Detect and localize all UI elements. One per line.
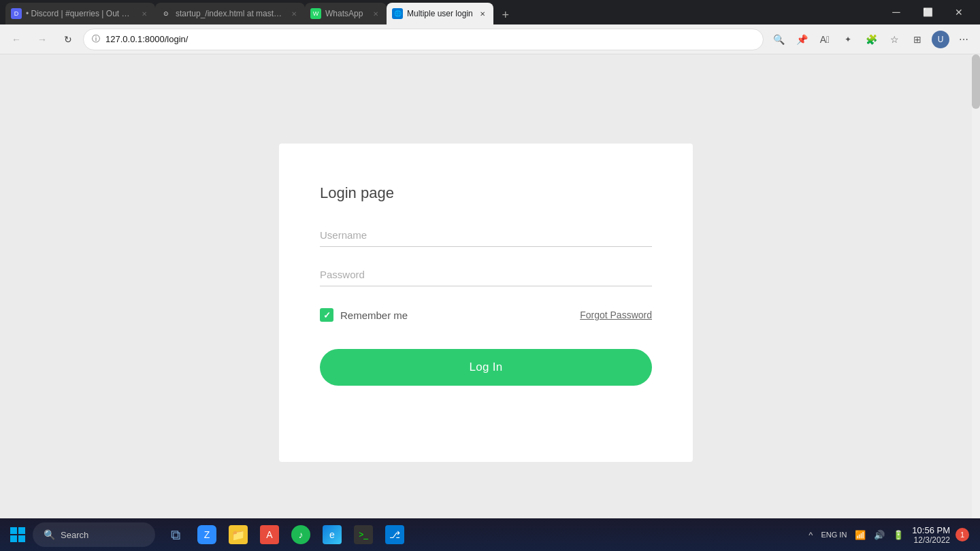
speaker-icon[interactable]: 🔊 <box>871 529 887 541</box>
taskbar-app-edge[interactable]: e <box>317 520 347 550</box>
start-button[interactable] <box>5 522 30 547</box>
taskbar-app-spotify[interactable]: ♪ <box>286 520 316 550</box>
tray-chevron-icon[interactable]: ^ <box>806 529 815 541</box>
search-toolbar-icon[interactable]: 🔍 <box>768 29 789 50</box>
lang-icon: ENG IN <box>818 529 849 540</box>
svg-rect-1 <box>18 527 25 534</box>
notification-badge[interactable]: 1 <box>956 528 969 541</box>
taskbar-app-terminal[interactable]: >_ <box>348 520 378 550</box>
terminal-icon: >_ <box>354 525 373 544</box>
github-favicon: ⊙ <box>161 8 172 19</box>
tab-github[interactable]: ⊙ startup_/index.html at master · D ✕ <box>155 3 305 24</box>
username-input[interactable] <box>320 224 652 247</box>
svg-rect-2 <box>10 535 17 542</box>
tab-multiuser-title: Multiple user login <box>407 9 473 18</box>
address-bar[interactable]: ⓘ 127.0.0.1:8000/login/ <box>83 29 764 50</box>
taskbar-right: ^ ENG IN 📶 🔊 🔋 10:56 PM 12/3/2022 1 <box>806 525 975 545</box>
options-row: ✓ Remember me Forgot Password <box>320 308 652 322</box>
page-content: Login page ✓ Remember me Forgot Password… <box>0 54 972 551</box>
tab-whatsapp-title: WhatsApp <box>325 9 366 18</box>
extension-icon[interactable]: 🧩 <box>860 29 882 50</box>
tab-multiuser[interactable]: 🌐 Multiple user login ✕ <box>387 3 493 24</box>
task-view-icon: ⧉ <box>166 525 185 544</box>
taskbar-app-vscode[interactable]: ⎇ <box>380 520 410 550</box>
clock-time: 10:56 PM <box>912 525 950 535</box>
profile-icon[interactable]: U <box>930 29 951 50</box>
taskbar-search[interactable]: 🔍 Search <box>33 522 155 547</box>
wifi-icon[interactable]: 📶 <box>852 529 868 541</box>
discord-favicon: D <box>11 8 22 19</box>
tab-multiuser-close[interactable]: ✕ <box>477 8 488 19</box>
password-input[interactable] <box>320 263 652 286</box>
whatsapp-favicon: W <box>310 8 321 19</box>
forgot-password-link[interactable]: Forgot Password <box>580 310 652 320</box>
login-card: Login page ✓ Remember me Forgot Password… <box>279 144 693 462</box>
minimize-button[interactable]: ─ <box>881 0 912 24</box>
tab-discord[interactable]: D • Discord | #querries | Out Of Co ✕ <box>5 3 155 24</box>
read-aloud-icon[interactable]: A⃣ <box>814 29 836 50</box>
sidebar-icon[interactable]: ⊞ <box>906 29 928 50</box>
remember-me-group: ✓ Remember me <box>320 308 408 322</box>
browser-toolbar: ← → ↻ ⓘ 127.0.0.1:8000/login/ 🔍 📌 A⃣ ✦ 🧩… <box>0 24 980 54</box>
file-explorer-icon: 📁 <box>229 525 248 544</box>
multiuser-favicon: 🌐 <box>392 8 403 19</box>
new-tab-button[interactable]: + <box>496 5 515 24</box>
taskbar-app-explorer[interactable]: 📁 <box>223 520 253 550</box>
taskbar-app-zoom[interactable]: Z <box>192 520 222 550</box>
battery-icon[interactable]: 🔋 <box>890 529 906 541</box>
menu-icon[interactable]: ⋯ <box>953 29 975 50</box>
username-group <box>320 224 652 247</box>
close-button[interactable]: ✕ <box>943 0 975 24</box>
tab-whatsapp-close[interactable]: ✕ <box>370 8 381 19</box>
zoom-icon: Z <box>197 525 216 544</box>
tab-github-close[interactable]: ✕ <box>289 8 299 19</box>
back-button[interactable]: ← <box>5 29 27 50</box>
tab-discord-close[interactable]: ✕ <box>139 8 150 19</box>
taskbar-app-5[interactable]: A <box>255 520 284 550</box>
login-title: Login page <box>320 184 652 202</box>
browser-titlebar: D • Discord | #querries | Out Of Co ✕ ⊙ … <box>0 0 980 24</box>
login-button[interactable]: Log In <box>320 349 652 386</box>
svg-rect-3 <box>18 535 25 542</box>
app5-icon: A <box>260 525 279 544</box>
taskbar-clock[interactable]: 10:56 PM 12/3/2022 <box>912 525 950 545</box>
restore-button[interactable]: ⬜ <box>912 0 943 24</box>
address-text: 127.0.0.1:8000/login/ <box>105 34 755 44</box>
system-tray: ^ ENG IN 📶 🔊 🔋 <box>806 529 906 541</box>
clock-date: 12/3/2022 <box>912 535 950 545</box>
tab-whatsapp[interactable]: W WhatsApp ✕ <box>305 3 387 24</box>
taskbar-app-taskview[interactable]: ⧉ <box>161 520 191 550</box>
lock-icon: ⓘ <box>92 33 100 45</box>
remember-me-checkbox[interactable]: ✓ <box>320 308 333 322</box>
favorites-icon[interactable]: ☆ <box>883 29 905 50</box>
svg-rect-0 <box>10 527 17 534</box>
password-group <box>320 263 652 286</box>
taskbar-apps: ⧉ Z 📁 A ♪ e >_ <box>161 520 410 550</box>
edge-icon: e <box>323 525 342 544</box>
taskbar-search-icon: 🔍 <box>44 529 55 540</box>
scrollbar-track[interactable] <box>972 54 980 550</box>
windows-logo-icon <box>10 527 26 543</box>
toolbar-actions: 🔍 📌 A⃣ ✦ 🧩 ☆ ⊞ U ⋯ <box>768 29 975 50</box>
remember-me-label: Remember me <box>340 310 408 321</box>
forward-button[interactable]: → <box>31 29 53 50</box>
spotify-icon: ♪ <box>291 525 310 544</box>
pin-icon[interactable]: 📌 <box>791 29 813 50</box>
copilot-icon[interactable]: ✦ <box>837 29 859 50</box>
taskbar: 🔍 Search ⧉ Z 📁 A ♪ <box>0 518 980 551</box>
taskbar-search-text: Search <box>61 530 88 540</box>
reload-button[interactable]: ↻ <box>57 29 79 50</box>
checkmark-icon: ✓ <box>323 310 331 320</box>
tab-bar: D • Discord | #querries | Out Of Co ✕ ⊙ … <box>5 0 878 24</box>
vscode-icon: ⎇ <box>385 525 404 544</box>
scrollbar-thumb[interactable] <box>972 54 980 109</box>
tab-github-title: startup_/index.html at master · D <box>176 9 284 18</box>
tab-discord-title: • Discord | #querries | Out Of Co <box>26 9 135 18</box>
